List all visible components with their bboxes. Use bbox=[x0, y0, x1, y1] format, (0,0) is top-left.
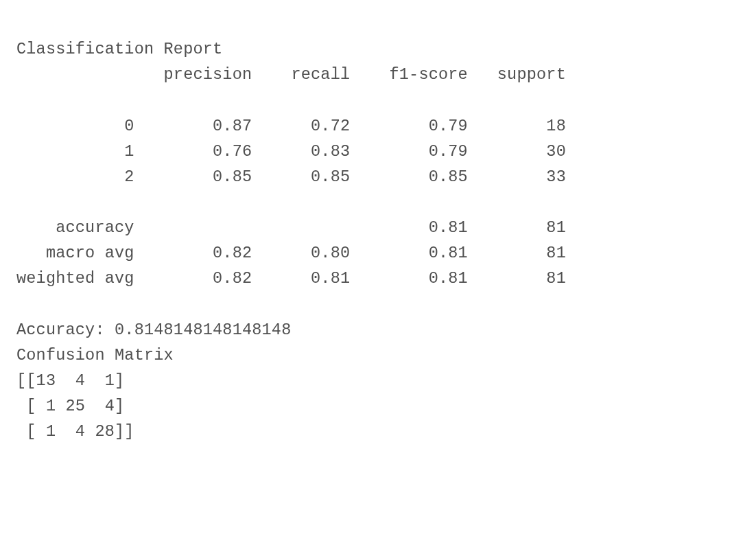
classification-report-output: Classification Report precision recall f… bbox=[16, 36, 740, 444]
